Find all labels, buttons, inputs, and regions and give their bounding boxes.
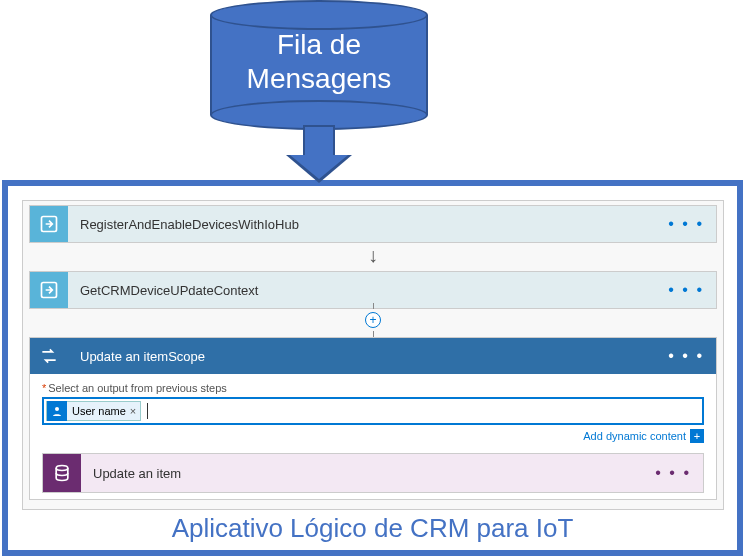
chip-label: User name xyxy=(72,405,126,417)
logic-app-canvas: RegisterAndEnableDevicesWithIoHub • • • … xyxy=(22,200,724,510)
add-dynamic-content-link[interactable]: Add dynamic content+ xyxy=(42,429,704,443)
ellipsis-icon[interactable]: • • • xyxy=(643,464,703,482)
step-title: GetCRMDeviceUPdateContext xyxy=(68,283,656,298)
plus-square-icon: + xyxy=(690,429,704,443)
person-icon xyxy=(47,401,67,421)
step-title: RegisterAndEnableDevicesWithIoHub xyxy=(68,217,656,232)
step-register-devices[interactable]: RegisterAndEnableDevicesWithIoHub • • • xyxy=(29,205,717,243)
flow-arrow-down xyxy=(286,125,352,185)
substep-title: Update an item xyxy=(81,466,643,481)
ellipsis-icon[interactable]: • • • xyxy=(656,281,716,299)
add-step-connector: + xyxy=(23,309,723,331)
add-step-button[interactable]: + xyxy=(365,312,381,328)
svg-point-2 xyxy=(55,407,59,411)
scope-body: *Select an output from previous steps Us… xyxy=(30,374,716,499)
connector-arrow-icon: ↓ xyxy=(23,243,723,267)
loop-icon xyxy=(30,338,68,374)
cylinder-label: Fila de Mensagens xyxy=(210,28,428,95)
scope-header[interactable]: Update an itemScope • • • xyxy=(30,338,716,374)
field-label: *Select an output from previous steps xyxy=(42,382,704,394)
cylinder-top xyxy=(210,0,428,30)
ellipsis-icon[interactable]: • • • xyxy=(656,347,716,365)
scope-update-item: Update an itemScope • • • *Select an out… xyxy=(29,337,717,500)
substep-update-item[interactable]: Update an item • • • xyxy=(42,453,704,493)
token-chip-username[interactable]: User name × xyxy=(46,401,141,421)
text-cursor xyxy=(147,403,148,419)
scope-title: Update an itemScope xyxy=(68,349,656,364)
database-icon xyxy=(43,454,81,492)
message-queue-cylinder: Fila de Mensagens xyxy=(210,0,428,130)
ellipsis-icon[interactable]: • • • xyxy=(656,215,716,233)
logic-app-frame: RegisterAndEnableDevicesWithIoHub • • • … xyxy=(2,180,743,556)
svg-point-3 xyxy=(56,466,68,471)
chip-remove-icon[interactable]: × xyxy=(130,405,136,417)
flow-icon xyxy=(30,206,68,242)
required-mark: * xyxy=(42,382,46,394)
flow-icon xyxy=(30,272,68,308)
output-select-input[interactable]: User name × xyxy=(42,397,704,425)
frame-caption: Aplicativo Lógico de CRM para IoT xyxy=(8,513,737,544)
